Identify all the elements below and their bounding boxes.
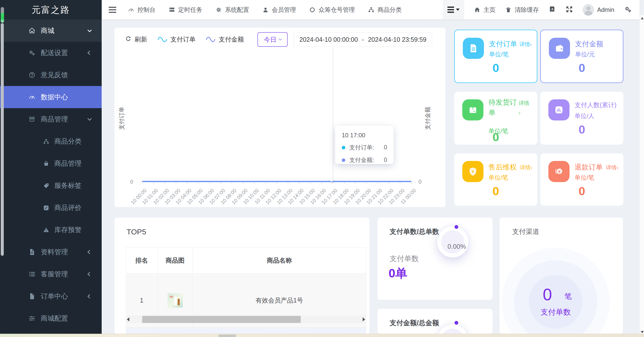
chart-tooltip: 10 17:00 支付订单: 0 支付金额: 0 bbox=[335, 126, 394, 164]
sidebar-item-label: 商品分类 bbox=[54, 137, 82, 146]
scroll-left-icon[interactable] bbox=[127, 317, 129, 321]
flat-zero-series-line bbox=[142, 181, 411, 182]
user-icon bbox=[262, 7, 269, 13]
y-zero-left: 0 bbox=[130, 179, 133, 185]
wallet-icon bbox=[549, 38, 570, 59]
sidebar-item-feedback[interactable]: 意见反馈 bbox=[0, 64, 102, 86]
nav-item-product-category[interactable]: 商品分类 bbox=[368, 6, 402, 14]
sidebar-item-support-mgmt[interactable]: 客服管理 bbox=[0, 263, 102, 285]
sidebar-item-data-center[interactable]: 数据中心 bbox=[0, 86, 102, 108]
sidebar-item-product-list[interactable]: 商品管理 bbox=[0, 152, 102, 175]
sidebar-item-label: 资料管理 bbox=[41, 247, 68, 257]
sidebar-item-delivery-settings[interactable]: 配送设置 bbox=[0, 42, 102, 64]
card-pay-amount: 支付金额 单位/元 0 bbox=[540, 30, 623, 83]
sidebar-item-order-center[interactable]: 订单中心 bbox=[0, 285, 102, 307]
ratio-gauge bbox=[437, 324, 468, 334]
nav-item-homepage[interactable]: 主页 bbox=[474, 6, 496, 14]
col-rank: 排名 bbox=[126, 247, 158, 274]
sidebar-item-shop-config[interactable]: 商城配置 bbox=[0, 307, 102, 329]
nav-item-system-config[interactable]: 系统配置 bbox=[215, 6, 249, 14]
card-refund-orders: ¥ 退款订单 详情› 单位/笔 0 bbox=[540, 153, 623, 206]
card-value: 0 bbox=[540, 122, 623, 136]
date-end: 2024-04-10 23:59:59 bbox=[368, 36, 426, 43]
nav-item-console[interactable]: 控制台 bbox=[128, 6, 156, 14]
home-icon bbox=[474, 7, 480, 13]
scrollbar-indicator[interactable] bbox=[1, 7, 4, 23]
shield-yen-icon: ¥ bbox=[462, 161, 483, 182]
scroll-right-icon[interactable] bbox=[363, 317, 365, 321]
channel-label: 支付单数 bbox=[529, 307, 583, 317]
bottom-strip-handle bbox=[218, 334, 236, 337]
sidebar-item-label: 商品管理 bbox=[54, 159, 82, 168]
card-title: 支付人数(累计) bbox=[575, 101, 617, 109]
vertical-scrollbar[interactable] bbox=[639, 15, 644, 337]
legend-pay-amount[interactable]: 支付金额 bbox=[206, 35, 244, 44]
top-navbar: 控制台 定时任务 系统配置 会员管理 众筹仓号管理 商品分类 bbox=[102, 0, 639, 20]
gauge-label: 支付单数 bbox=[390, 254, 419, 264]
settings-gears-icon[interactable] bbox=[624, 5, 632, 14]
top5-table: 排名 商品图 商品名称 1 有效会员产品1号 2 bbox=[126, 247, 366, 337]
horizontal-scrollbar[interactable] bbox=[126, 316, 366, 323]
sidebar-item-material-mgmt[interactable]: 资料管理 bbox=[0, 241, 102, 263]
nav-item-clear-cache[interactable]: 清除缓存 bbox=[505, 6, 539, 14]
file-text-icon bbox=[28, 248, 36, 256]
sidebar: 元富之路 商城 配送设置 意见反馈 数据中心 商品管理 商品分类 商品管理 服务… bbox=[0, 0, 102, 337]
list-icon bbox=[447, 7, 454, 13]
edit-icon bbox=[43, 205, 49, 211]
nav-item-crowdfund-mgmt[interactable]: 众筹仓号管理 bbox=[309, 6, 355, 14]
table-header-row: 排名 商品图 商品名称 bbox=[126, 247, 366, 274]
detail-link[interactable]: 详情 › bbox=[519, 98, 532, 117]
date-range-input[interactable]: 2024-04-10 00:00:00 - 2024-04-10 23:59:5… bbox=[294, 32, 432, 47]
card-value: 0 bbox=[454, 130, 537, 144]
user-menu[interactable]: Admin bbox=[583, 4, 614, 16]
sidebar-item-product-reviews[interactable]: 商品评价 bbox=[0, 197, 102, 219]
nav-item-scheduled-tasks[interactable]: 定时任务 bbox=[169, 6, 202, 14]
scrollbar-thumb[interactable] bbox=[1, 23, 4, 256]
dashboard-icon bbox=[128, 7, 134, 13]
payment-channel-panel: 支付渠道 0 笔 支付单数 bbox=[500, 218, 623, 334]
sidebar-item-stock-alert[interactable]: 库存预警 bbox=[0, 219, 102, 241]
card-unit: 单位/笔 bbox=[575, 174, 594, 182]
legend-pay-orders[interactable]: 支付订单 bbox=[157, 35, 196, 44]
gear-icon bbox=[215, 7, 222, 13]
chevron-down-icon bbox=[88, 28, 92, 32]
sidebar-item-product-category[interactable]: 商品分类 bbox=[0, 130, 102, 152]
hamburger-menu-icon[interactable] bbox=[109, 7, 116, 13]
nav-item-member-mgmt[interactable]: 会员管理 bbox=[262, 6, 296, 14]
detail-link[interactable]: 详情› bbox=[520, 164, 532, 171]
shopping-bag-icon bbox=[43, 160, 49, 167]
tooltip-row: 支付金额: 0 bbox=[342, 156, 387, 164]
sliders-icon bbox=[28, 315, 36, 322]
date-range-select[interactable]: 今日 bbox=[257, 32, 288, 47]
sidebar-item-label: 商城配置 bbox=[41, 314, 68, 323]
trash-icon bbox=[505, 7, 512, 13]
sidebar-item-label: 客服管理 bbox=[41, 270, 68, 279]
scroll-up-icon[interactable] bbox=[641, 17, 644, 19]
sidebar-item-label: 服务标签 bbox=[54, 181, 82, 190]
fullscreen-icon[interactable] bbox=[565, 6, 573, 14]
refresh-button[interactable]: 刷新 bbox=[125, 35, 147, 44]
highlighted-data-point[interactable] bbox=[330, 179, 333, 182]
chevron-left-icon bbox=[88, 250, 92, 254]
card-title: 待发货订单 bbox=[488, 97, 521, 118]
home-icon bbox=[28, 27, 36, 34]
gears-icon bbox=[28, 49, 36, 56]
card-unit: 单位/笔 bbox=[488, 174, 508, 182]
card-title: 支付金额 bbox=[575, 39, 603, 49]
sidebar-item-product-mgmt[interactable]: 商品管理 bbox=[0, 108, 102, 130]
scroll-down-icon[interactable] bbox=[641, 331, 644, 333]
sidebar-item-service-tags[interactable]: 服务标签 bbox=[0, 175, 102, 197]
detail-link[interactable]: 详情› bbox=[606, 164, 618, 171]
layout-dropdown-button[interactable] bbox=[443, 0, 464, 19]
channel-value: 0 bbox=[532, 285, 562, 304]
circle-icon bbox=[309, 7, 316, 13]
sidebar-item-label: 库存预警 bbox=[54, 225, 82, 234]
sidebar-item-shop[interactable]: 商城 bbox=[0, 20, 102, 42]
pay-count-ratio-panel: 支付单数/总单数 0.00% 支付单数 0单 bbox=[377, 218, 493, 300]
detail-link[interactable]: 详情› bbox=[519, 41, 532, 48]
tooltip-row: 支付订单: 0 bbox=[342, 144, 387, 151]
scrollbar-thumb[interactable] bbox=[142, 316, 301, 323]
translate-icon[interactable]: A bbox=[548, 6, 556, 14]
chart-header: 刷新 支付订单 支付金额 bbox=[125, 35, 244, 44]
sitemap-icon bbox=[43, 138, 49, 145]
